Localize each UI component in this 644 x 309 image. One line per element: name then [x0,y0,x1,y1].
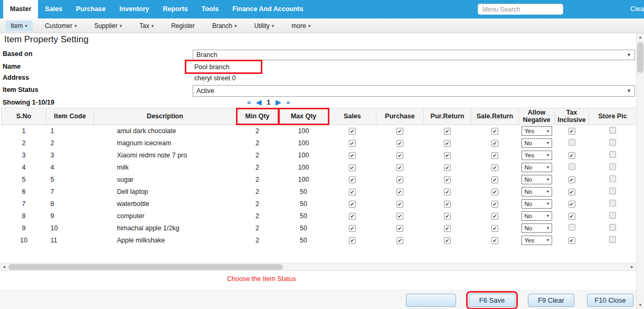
sale-return-checkbox[interactable]: ✔ [491,164,498,171]
pur-return-checkbox[interactable]: ✔ [444,189,451,195]
sales-checkbox[interactable]: ✔ [349,225,356,232]
allow-negative-select[interactable]: Yes▼ [522,126,552,136]
store-pic-checkbox[interactable] [609,163,616,170]
menu-search-input[interactable] [478,4,563,15]
pur-return-checkbox[interactable]: ✔ [444,213,451,220]
tax-inclusive-checkbox[interactable]: ✔ [569,213,575,220]
store-pic-checkbox[interactable] [609,151,616,158]
tax-inclusive-checkbox[interactable]: ✔ [569,176,575,183]
store-pic-checkbox[interactable] [609,224,616,231]
tax-inclusive-checkbox[interactable]: ✔ [569,237,575,244]
purchase-checkbox[interactable]: ✔ [396,128,403,135]
sub-nav-item-more[interactable]: more▾ [286,21,316,31]
store-pic-checkbox[interactable] [609,175,616,182]
sales-checkbox[interactable]: ✔ [349,237,356,244]
sale-return-checkbox[interactable]: ✔ [491,128,498,135]
sales-checkbox[interactable]: ✔ [349,152,356,159]
tax-inclusive-checkbox[interactable]: ✔ [569,128,575,135]
first-page-icon[interactable]: « [247,98,251,106]
allow-negative-select[interactable]: Yes▼ [522,236,552,245]
pur-return-checkbox[interactable]: ✔ [444,164,451,171]
top-nav-tab-sales[interactable]: Sales [38,0,69,18]
pur-return-checkbox[interactable]: ✔ [444,152,451,159]
allow-negative-select[interactable]: No▼ [522,187,552,196]
tax-inclusive-checkbox[interactable]: ✔ [569,189,575,195]
sub-nav-item-branch[interactable]: Branch▾ [207,21,242,31]
store-pic-checkbox[interactable] [609,139,616,146]
purchase-checkbox[interactable]: ✔ [396,225,403,232]
pur-return-checkbox[interactable]: ✔ [444,140,451,147]
allow-negative-select[interactable]: No▼ [522,163,552,172]
purchase-checkbox[interactable]: ✔ [396,201,403,208]
purchase-checkbox[interactable]: ✔ [396,213,403,220]
store-pic-checkbox[interactable] [609,200,616,207]
sales-checkbox[interactable]: ✔ [349,189,356,195]
allow-negative-select[interactable]: No▼ [522,223,552,233]
last-page-icon[interactable]: » [286,98,290,106]
top-nav-tab-inventory[interactable]: Inventory [112,0,156,18]
top-nav-tab-purchase[interactable]: Purchase [69,0,112,18]
purchase-checkbox[interactable]: ✔ [396,164,403,171]
vertical-scrollbar[interactable]: ▲ ▼ [636,33,644,309]
sub-nav-item-tax[interactable]: Tax▾ [134,21,159,31]
sub-nav-item-item[interactable]: Item▾ [5,21,33,31]
store-pic-checkbox[interactable] [609,127,616,134]
sale-return-checkbox[interactable]: ✔ [491,176,498,183]
scroll-right-icon[interactable]: ► [628,264,636,270]
clear-link[interactable]: Clear [630,5,644,13]
sale-return-checkbox[interactable]: ✔ [491,140,498,147]
tax-inclusive-checkbox[interactable] [569,139,575,146]
f10-close-button[interactable]: F10 Close [587,294,633,307]
top-nav-tab-finance-and-accounts[interactable]: Finance And Accounts [225,0,310,18]
sale-return-checkbox[interactable]: ✔ [491,213,498,220]
pur-return-checkbox[interactable]: ✔ [444,237,451,244]
scroll-up-icon[interactable]: ▲ [637,33,644,41]
purchase-checkbox[interactable]: ✔ [396,237,403,244]
sales-checkbox[interactable]: ✔ [349,140,356,147]
pur-return-checkbox[interactable]: ✔ [444,176,451,183]
sale-return-checkbox[interactable]: ✔ [491,189,498,195]
based-on-select[interactable]: Branch ▼ [193,50,635,60]
f9-clear-button[interactable]: F9 Clear [528,294,574,307]
sale-return-checkbox[interactable]: ✔ [491,152,498,159]
tax-inclusive-checkbox[interactable] [569,163,575,170]
blank-button[interactable] [406,294,456,307]
pur-return-checkbox[interactable]: ✔ [444,201,451,208]
store-pic-checkbox[interactable] [609,236,616,243]
store-pic-checkbox[interactable] [609,212,616,219]
sale-return-checkbox[interactable]: ✔ [491,237,498,244]
top-nav-tab-tools[interactable]: Tools [195,0,225,18]
sales-checkbox[interactable]: ✔ [349,213,356,220]
sales-checkbox[interactable]: ✔ [349,176,356,183]
purchase-checkbox[interactable]: ✔ [396,189,403,195]
sales-checkbox[interactable]: ✔ [349,164,356,171]
sales-checkbox[interactable]: ✔ [349,201,356,208]
tax-inclusive-checkbox[interactable] [569,224,575,231]
scroll-left-icon[interactable]: ◄ [0,264,8,270]
store-pic-checkbox[interactable] [609,188,616,194]
allow-negative-select[interactable]: No▼ [522,211,552,221]
f6-save-button[interactable]: F6 Save [469,294,515,307]
sub-nav-item-utility[interactable]: Utility▾ [249,21,279,31]
next-page-icon[interactable]: ▶ [276,98,281,106]
allow-negative-select[interactable]: Yes▼ [522,151,552,160]
top-nav-tab-reports[interactable]: Reports [156,0,195,18]
sales-checkbox[interactable]: ✔ [349,128,356,135]
allow-negative-select[interactable]: No▼ [522,199,552,209]
prev-page-icon[interactable]: ◀ [256,98,261,106]
purchase-checkbox[interactable]: ✔ [396,176,403,183]
horizontal-scrollbar-thumb[interactable] [8,264,283,270]
sub-nav-item-customer[interactable]: Customer▾ [40,21,82,31]
item-status-select[interactable]: Active ▼ [193,85,635,97]
sale-return-checkbox[interactable]: ✔ [491,225,498,232]
sale-return-checkbox[interactable]: ✔ [491,201,498,208]
sub-nav-item-register[interactable]: Register [166,21,200,31]
current-page[interactable]: 1 [267,99,270,106]
sub-nav-item-supplier[interactable]: Supplier▾ [89,21,127,31]
pur-return-checkbox[interactable]: ✔ [444,128,451,135]
vertical-scrollbar-thumb[interactable] [637,42,643,73]
allow-negative-select[interactable]: No▼ [522,138,552,148]
purchase-checkbox[interactable]: ✔ [396,152,403,159]
scroll-down-icon[interactable]: ▼ [637,301,644,309]
tax-inclusive-checkbox[interactable]: ✔ [569,201,575,208]
